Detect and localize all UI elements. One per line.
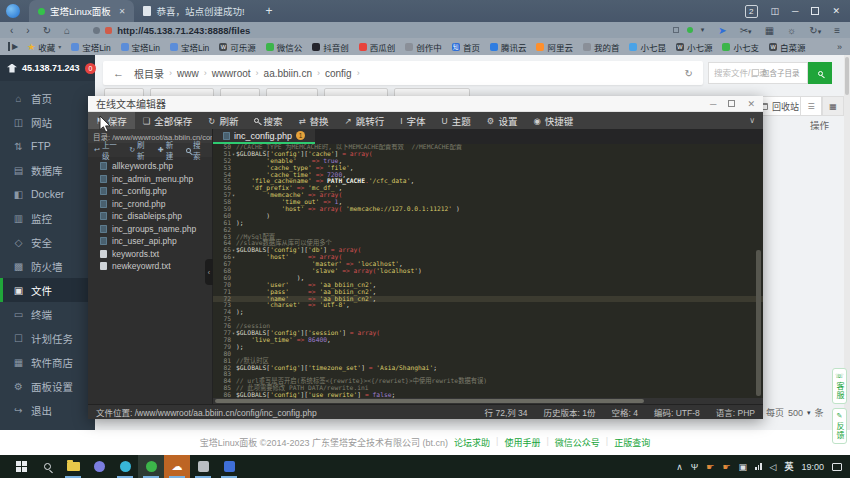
bookmark-item[interactable]: 腾讯云	[490, 41, 527, 53]
tab-close-icon[interactable]: ✕	[119, 7, 126, 16]
bookmark-item[interactable]: 抖音创	[312, 41, 349, 53]
browser-tab-inactive[interactable]: 恭喜，站点创建成功!	[134, 0, 253, 22]
code-line[interactable]: 73 'charset' => 'utf-8',	[213, 302, 763, 309]
per-page-selector[interactable]: 每页 500 ▾ 条	[766, 406, 824, 419]
edge-browser[interactable]	[112, 455, 138, 478]
server-ip[interactable]: 45.138.71.243	[22, 63, 80, 73]
include-subdir-checkbox[interactable]: 包含子目录	[752, 67, 800, 78]
search-button[interactable]	[808, 62, 832, 84]
modal-close-icon[interactable]: ✕	[747, 99, 755, 109]
hand-icon[interactable]: ☛	[706, 462, 714, 472]
app-blue[interactable]	[216, 455, 242, 478]
code-line[interactable]: 62	[213, 227, 763, 234]
mode-icon[interactable]: ☼	[787, 25, 796, 36]
password-safe-icon[interactable]	[687, 27, 693, 33]
sidebar-item-files[interactable]: ▣文件	[0, 278, 95, 302]
scissors-icon[interactable]: ✂▾	[740, 25, 752, 36]
sidebar-item-firewall[interactable]: ▩防火墙	[0, 254, 95, 278]
chevron-down-icon[interactable]: ▾	[807, 409, 811, 417]
bookmark-item[interactable]: 宝塔Lin	[121, 41, 160, 53]
bookmark-item[interactable]: W可乐源	[219, 41, 256, 53]
footer-link[interactable]: 论坛求助	[454, 436, 490, 449]
refresh-icon[interactable]: ↻	[685, 68, 693, 79]
code-line[interactable]: 80	[213, 351, 763, 358]
grid-view-button[interactable]: ▦	[822, 96, 844, 116]
history-icon[interactable]: ↻▾	[809, 25, 821, 36]
tab-count-badge[interactable]: 2	[745, 5, 757, 18]
mic-icon[interactable]: Ψ	[691, 462, 699, 472]
shortcuts-button[interactable]: ◉快捷键	[525, 112, 581, 129]
breadcrumb-item[interactable]: 根目录	[134, 66, 164, 81]
bookmarks-overflow-icon[interactable]: »	[837, 42, 842, 52]
new-tab-button[interactable]: +	[266, 4, 273, 18]
breadcrumb-item[interactable]: wwwroot	[212, 68, 251, 79]
forward-icon[interactable]: ›	[26, 25, 29, 36]
network-icon[interactable]	[755, 463, 762, 470]
app-green[interactable]	[138, 455, 164, 478]
back-icon[interactable]: ‹	[10, 25, 13, 36]
code-line[interactable]: 60 )	[213, 213, 763, 220]
footer-link[interactable]: 使用手册	[504, 436, 540, 449]
menu-icon[interactable]: ≡	[834, 25, 840, 36]
message-badge[interactable]: 0	[85, 63, 97, 74]
site-info-icon[interactable]	[93, 27, 100, 34]
sidebar-item-logout[interactable]: ↪退出	[0, 398, 95, 422]
sidebar-item-terminal[interactable]: ▭终端	[0, 302, 95, 326]
sidebar-item-settings[interactable]: ⚙面板设置	[0, 374, 95, 398]
code-line[interactable]: 75	[213, 316, 763, 323]
sidebar-toggle-icon[interactable]: ▶	[8, 42, 18, 51]
bookmark-item[interactable]: 小七支	[722, 41, 759, 53]
toolbar-chevron-icon[interactable]: ∨	[749, 112, 763, 129]
settings-button[interactable]: ⚙设置	[479, 112, 526, 129]
tree-file-item[interactable]: newkeyowrd.txt	[88, 260, 212, 273]
chevron-down-icon[interactable]: ▾	[701, 26, 705, 34]
tree-file-item[interactable]: inc_disableips.php	[88, 210, 212, 223]
taskbar-search[interactable]	[34, 455, 60, 478]
bookmark-item[interactable]: ★收藏▾	[27, 41, 61, 53]
goto-line-button[interactable]: ↗跳转行	[337, 112, 393, 129]
sidebar-item-cron[interactable]: ☐计划任务	[0, 326, 95, 350]
browser-logo-icon[interactable]	[6, 4, 20, 18]
window-maximize-icon[interactable]	[811, 7, 819, 15]
theme-button[interactable]: U主题	[434, 112, 479, 129]
sidebar-item-monitor[interactable]: ▥监控	[0, 206, 95, 230]
app-purple[interactable]	[86, 455, 112, 478]
language-indicator[interactable]: 英	[784, 460, 793, 473]
save-button[interactable]: ⚑保存	[88, 112, 135, 129]
start-button[interactable]	[8, 455, 34, 478]
float-widget-客服[interactable]: ☏客服	[832, 368, 847, 404]
clock[interactable]: 19:00	[801, 462, 824, 472]
window-close-icon[interactable]: ✕	[832, 6, 840, 16]
tree-collapse-handle[interactable]: ‹	[205, 259, 213, 285]
replace-button[interactable]: ⇄替换	[290, 112, 336, 129]
browser-extra-icon[interactable]: ◫	[771, 6, 780, 16]
breadcrumb-item[interactable]: config	[325, 68, 352, 79]
code-line[interactable]: 59 'host' => array( 'memcache://127.0.0.…	[213, 206, 763, 213]
per-page-value[interactable]: 500	[788, 408, 803, 418]
bookmark-item[interactable]: 宝塔Lin	[170, 41, 209, 53]
browser-tab-active[interactable]: 宝塔Linux面板 ✕	[29, 0, 134, 22]
url-bar[interactable]: http://45.138.71.243:8888/files ▾	[93, 25, 718, 36]
bookmark-item[interactable]: 阿里云	[536, 41, 573, 53]
code-line[interactable]: 78 'live_time' => 86400,	[213, 337, 763, 344]
modal-minimize-icon[interactable]: ─	[710, 99, 716, 109]
code-line[interactable]: 61);	[213, 220, 763, 227]
refresh-button[interactable]: ↻刷新	[200, 112, 246, 129]
sidebar-item-docker[interactable]: ◧Docker	[0, 182, 95, 206]
apps-grid-icon[interactable]: ▦	[765, 25, 774, 36]
sidebar-item-security[interactable]: ◇安全	[0, 230, 95, 254]
cloud-app[interactable]: ☁	[164, 455, 190, 478]
font-button[interactable]: I字体	[392, 112, 433, 129]
footer-link[interactable]: 正版查询	[614, 436, 650, 449]
tree-file-item[interactable]: inc_crond.php	[88, 198, 212, 211]
app-gray[interactable]	[190, 455, 216, 478]
bookmark-item[interactable]: 微信公	[266, 41, 303, 53]
sidebar-item-ftp[interactable]: ⇅FTP	[0, 134, 95, 158]
tree-file-item[interactable]: allkeywords.php	[88, 160, 212, 173]
bookmark-item[interactable]: W小七源	[676, 41, 713, 53]
bookmark-item[interactable]: W白菜源	[769, 41, 806, 53]
hand-icon[interactable]: ☛	[722, 462, 730, 472]
tree-file-item[interactable]: inc_user_api.php	[88, 235, 212, 248]
bookmark-item[interactable]: 宝塔Lin	[71, 41, 110, 53]
url-text[interactable]: http://45.138.71.243:8888/files	[117, 25, 250, 36]
